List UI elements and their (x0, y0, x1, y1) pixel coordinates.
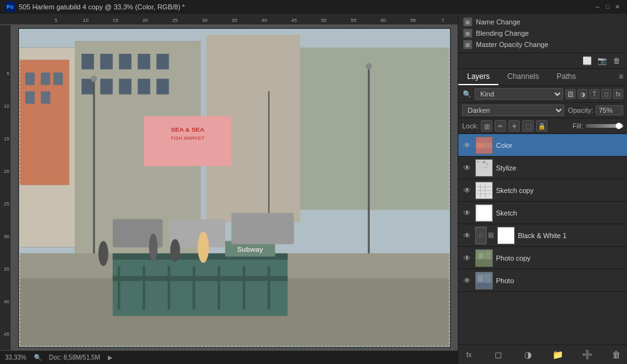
ruler-mark: 50 (309, 18, 339, 23)
layer-name: Photo copy (496, 254, 623, 262)
lock-transparency-button[interactable]: ▥ (481, 120, 492, 132)
ruler-mark-v: 35 (4, 252, 9, 285)
maximize-button[interactable]: □ (603, 3, 612, 11)
zoom-icon: 🔍 (34, 354, 41, 361)
lock-position-button[interactable]: ✛ (508, 120, 520, 132)
history-item[interactable]: ▦ Name Change (458, 16, 627, 28)
ruler-mark: 45 (279, 18, 308, 23)
eye-icon[interactable]: 👁 (462, 276, 472, 286)
minimize-button[interactable]: ─ (593, 3, 602, 11)
layer-item-photo-copy[interactable]: 👁 Photo copy (458, 247, 627, 269)
layer-thumbnail (475, 137, 493, 154)
history-icon: ▦ (463, 40, 472, 49)
ruler-mark (11, 18, 41, 23)
svg-rect-81 (485, 273, 491, 282)
camera-button[interactable]: 📷 (596, 55, 608, 67)
eye-icon[interactable]: 👁 (462, 253, 472, 263)
svg-rect-9 (41, 91, 50, 104)
svg-text:Subway: Subway (237, 246, 263, 253)
svg-rect-14 (119, 54, 132, 70)
lock-image-button[interactable]: ✏ (495, 120, 506, 132)
svg-rect-23 (300, 48, 450, 210)
eye-icon[interactable]: 👁 (462, 163, 472, 173)
layer-thumbnail (497, 227, 515, 244)
close-button[interactable]: ✕ (613, 3, 622, 11)
ruler-mark-v: 20 (4, 155, 9, 188)
window-title: 505 Harlem gatubild 4 copy @ 33,3% (Colo… (19, 3, 593, 11)
statusbar: 33,33% 🔍 Doc: 8,58M/51,5M ▶ (0, 350, 458, 364)
filter-image-button[interactable]: 🖼 (566, 89, 576, 99)
filter-shape-button[interactable]: □ (601, 89, 611, 99)
new-adjustment-button[interactable]: ◑ (521, 348, 535, 361)
svg-rect-77 (485, 251, 490, 259)
new-layer-button[interactable]: ➕ (580, 348, 594, 361)
svg-rect-64 (484, 167, 488, 169)
svg-rect-18 (100, 79, 113, 95)
svg-rect-5 (25, 73, 34, 85)
layer-item-stylize[interactable]: 👁 Stylize (458, 157, 627, 179)
filter-icons-right: 🖼 ◑ T □ fx (566, 89, 623, 99)
layer-item-photo[interactable]: 👁 Photo (458, 269, 627, 292)
panel-menu-button[interactable]: ≡ (615, 69, 627, 85)
kind-select[interactable]: Kind Name Effect Mode Attribute Color (475, 88, 563, 100)
svg-rect-61 (483, 160, 485, 163)
ruler-mark-v: 25 (4, 188, 9, 221)
ruler-mark: 65 (398, 18, 428, 23)
new-snapshot-button[interactable]: ⬜ (581, 55, 593, 67)
layer-group-icons: □ ⛓ (475, 227, 494, 244)
svg-rect-80 (478, 274, 483, 281)
svg-rect-63 (478, 165, 482, 169)
eye-icon[interactable]: 👁 (462, 140, 472, 150)
layer-filter-row: 🔍 Kind Name Effect Mode Attribute Color … (458, 86, 627, 103)
svg-rect-73 (498, 227, 514, 244)
add-effect-button[interactable]: fx (462, 348, 476, 361)
fill-slider[interactable] (586, 124, 623, 128)
ruler-mark-v: 10 (4, 90, 9, 123)
canvas-container[interactable]: SEA & SEA FISH MARKET (11, 25, 458, 350)
filter-adj-button[interactable]: ◑ (577, 89, 587, 99)
filter-type-button[interactable]: T (589, 89, 599, 99)
canvas-area: 5 10 15 20 25 30 35 40 45 50 55 60 65 7 … (0, 14, 458, 364)
filter-effect-button[interactable]: fx (613, 89, 623, 99)
document-canvas[interactable]: SEA & SEA FISH MARKET (18, 28, 451, 348)
delete-layer-button[interactable]: 🗑 (609, 348, 623, 361)
history-item[interactable]: ▦ Master Opacity Change (458, 39, 627, 50)
layer-thumbnail (475, 272, 493, 289)
new-group-button[interactable]: 📁 (551, 348, 564, 361)
layer-item-bw1[interactable]: 👁 □ ⛓ Black & White 1 (458, 224, 627, 247)
layer-item-sketch-copy[interactable]: 👁 Sketch copy (458, 179, 627, 202)
eye-icon[interactable]: 👁 (462, 185, 472, 195)
tab-paths[interactable]: Paths (548, 69, 585, 85)
svg-rect-8 (25, 91, 34, 104)
history-icon: ▦ (463, 18, 472, 26)
lock-all-button[interactable]: 🔒 (536, 120, 547, 132)
ruler-mark: 55 (339, 18, 368, 23)
opacity-value[interactable]: 75% (596, 105, 623, 115)
fill-thumb[interactable] (616, 123, 622, 129)
add-mask-button[interactable]: ◻ (492, 348, 505, 361)
ruler-mark: 7 (428, 18, 458, 23)
eye-icon[interactable]: 👁 (462, 208, 472, 218)
ps-logo: Ps (5, 2, 15, 12)
svg-point-51 (170, 239, 180, 262)
delete-history-button[interactable]: 🗑 (611, 55, 623, 67)
svg-rect-7 (53, 73, 63, 85)
layer-item-color[interactable]: 👁 Color (458, 134, 627, 157)
ruler-mark: 60 (369, 18, 398, 23)
window-controls[interactable]: ─ □ ✕ (593, 3, 622, 11)
layers-list[interactable]: 👁 Color 👁 (458, 134, 627, 345)
svg-rect-6 (41, 73, 50, 85)
ruler-mark: 25 (160, 18, 189, 23)
opacity-row: Opacity: 75% (568, 105, 623, 115)
eye-icon[interactable]: 👁 (462, 231, 472, 241)
blend-mode-select[interactable]: Darken Normal Multiply Screen Overlay Li… (462, 105, 564, 116)
tab-layers[interactable]: Layers (458, 69, 498, 85)
tab-channels[interactable]: Channels (498, 69, 548, 85)
history-item[interactable]: ▦ Blending Change (458, 28, 627, 39)
svg-rect-62 (487, 163, 488, 165)
tabs-row: Layers Channels Paths ≡ (458, 69, 627, 86)
svg-rect-59 (477, 160, 479, 162)
lock-artboard-button[interactable]: ⬚ (522, 120, 534, 132)
svg-rect-19 (119, 79, 132, 95)
layer-item-sketch[interactable]: 👁 Sketch (458, 202, 627, 224)
